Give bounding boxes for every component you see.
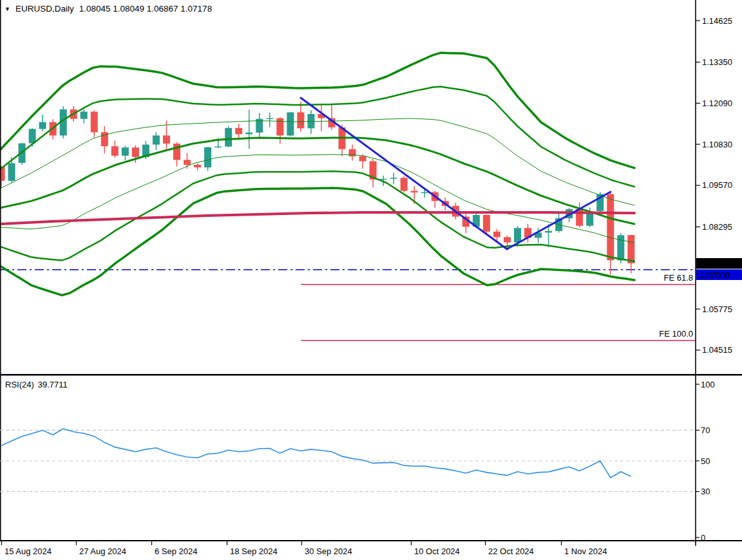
price-axis-label: 1.08295 bbox=[702, 222, 732, 232]
candle-body bbox=[184, 160, 191, 165]
price-axis-label: 1.12090 bbox=[702, 98, 732, 108]
candle-body bbox=[132, 147, 139, 157]
moving-average-line bbox=[0, 212, 634, 224]
chart-title: ▼ EURUSD,Daily 1.08045 1.08049 1.06867 1… bbox=[5, 4, 212, 14]
candle-body bbox=[81, 112, 88, 119]
candle-body bbox=[514, 228, 521, 242]
candle-body bbox=[163, 135, 170, 144]
band-line bbox=[0, 154, 634, 243]
candle-body bbox=[627, 235, 634, 263]
rsi-axis-label: 70 bbox=[701, 425, 710, 435]
candle-body bbox=[411, 191, 418, 193]
candle-body bbox=[225, 128, 232, 147]
rsi-axis-label: 0 bbox=[701, 533, 705, 543]
band-line bbox=[0, 171, 634, 261]
candle-body bbox=[204, 147, 211, 167]
candle-body bbox=[276, 118, 283, 136]
candle-body bbox=[545, 231, 552, 233]
symbol-marker-icon: ▼ bbox=[5, 6, 10, 12]
symbol-period-label: EURUSD,Daily bbox=[15, 4, 74, 14]
candle-body bbox=[421, 192, 428, 193]
band-line bbox=[0, 188, 634, 295]
candle-body bbox=[111, 146, 119, 156]
rsi-name: RSI(24) bbox=[5, 380, 34, 389]
candle-body bbox=[235, 128, 242, 135]
candle-body bbox=[122, 147, 129, 156]
trend-line[interactable] bbox=[507, 192, 611, 249]
price-axis-label: 1.09570 bbox=[702, 180, 732, 190]
date-axis-label: 10 Oct 2024 bbox=[414, 546, 460, 556]
candle-body bbox=[297, 113, 304, 129]
ohlc-values-label: 1.08045 1.08049 1.06867 1.07178 bbox=[79, 4, 212, 14]
date-axis-label: 27 Aug 2024 bbox=[79, 546, 126, 556]
candle-body bbox=[245, 133, 252, 135]
price-axis[interactable]: 1.146251.133501.120901.108301.095701.082… bbox=[696, 16, 732, 355]
candle-body bbox=[91, 112, 98, 133]
price-axis-label: 1.10830 bbox=[702, 140, 732, 149]
candle-body bbox=[287, 113, 294, 136]
trend-line[interactable] bbox=[301, 98, 507, 249]
time-axis[interactable]: 15 Aug 202427 Aug 20246 Sep 202418 Sep 2… bbox=[2, 541, 607, 556]
fibonacci-level-label: FE 100.0 bbox=[659, 329, 693, 339]
price-axis-label: 1.13350 bbox=[702, 57, 732, 67]
date-axis-label: 6 Sep 2024 bbox=[155, 546, 198, 556]
candle-body bbox=[607, 194, 614, 261]
candle-body bbox=[504, 237, 511, 242]
candle-body bbox=[266, 118, 273, 119]
date-axis-label: 22 Oct 2024 bbox=[488, 546, 534, 556]
candle-body bbox=[617, 235, 624, 260]
candle-body bbox=[214, 147, 222, 147]
trading-chart-window: FE 61.8FE 100.01.146251.133501.120901.10… bbox=[0, 0, 742, 560]
band-envelopes bbox=[0, 53, 634, 295]
candle-body bbox=[8, 163, 15, 181]
date-axis-label: 1 Nov 2024 bbox=[564, 546, 607, 556]
candle-body bbox=[359, 156, 366, 162]
date-axis-label: 30 Sep 2024 bbox=[305, 546, 352, 556]
rsi-indicator-label: RSI(24) 39.7711 bbox=[5, 380, 68, 389]
candle-body bbox=[493, 232, 500, 238]
candle-body bbox=[29, 129, 36, 143]
rsi-axis-label: 100 bbox=[701, 380, 715, 389]
candle-body bbox=[153, 135, 160, 144]
current-price-badge-label: 1.07178 bbox=[699, 259, 730, 268]
candle-body bbox=[39, 122, 46, 129]
candle-body bbox=[194, 165, 201, 167]
candle-body bbox=[401, 178, 408, 191]
axis-badges: 1.071781.07000 bbox=[696, 258, 742, 280]
price-level-badge-label: 1.07000 bbox=[699, 270, 730, 280]
date-axis-label: 15 Aug 2024 bbox=[5, 546, 52, 556]
candle-body bbox=[483, 215, 490, 232]
candle-body bbox=[390, 178, 397, 179]
price-axis-label: 1.05775 bbox=[702, 304, 732, 314]
rsi-axis-label: 30 bbox=[701, 487, 710, 496]
date-axis-label: 18 Sep 2024 bbox=[230, 546, 278, 556]
rsi-axis-label: 50 bbox=[701, 456, 710, 466]
band-line bbox=[0, 138, 634, 224]
rsi-line bbox=[1, 429, 631, 478]
rsi-value: 39.7711 bbox=[38, 380, 68, 389]
rsi-pane: 1007050300 bbox=[0, 380, 715, 543]
price-axis-label: 1.04515 bbox=[702, 345, 732, 355]
time-axis-border bbox=[0, 540, 742, 541]
fibonacci-level-label: FE 61.8 bbox=[663, 273, 693, 283]
pane-separator[interactable] bbox=[0, 374, 742, 376]
price-chart-canvas[interactable]: FE 61.8FE 100.01.146251.133501.120901.10… bbox=[0, 0, 742, 560]
price-axis-label: 1.14625 bbox=[702, 16, 732, 26]
candle-body bbox=[380, 179, 387, 180]
